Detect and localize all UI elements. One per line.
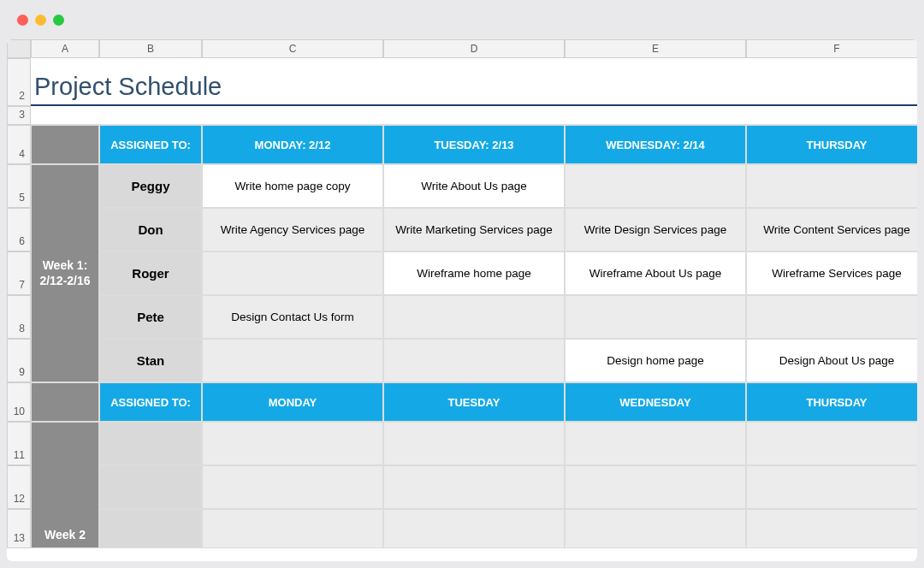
column-header-E[interactable]: E <box>565 39 746 58</box>
task-cell[interactable]: Wireframe About Us page <box>565 251 746 295</box>
day-header-mon-2[interactable]: MONDAY <box>202 382 383 422</box>
day-header-thu-2[interactable]: THURSDAY <box>746 382 917 422</box>
spreadsheet-area[interactable]: ABCDEF2Project Schedule34ASSIGNED TO:MON… <box>7 39 917 561</box>
task-cell[interactable] <box>202 251 383 295</box>
task-cell[interactable]: Design About Us page <box>746 339 917 382</box>
row-header-13[interactable]: 13 <box>7 509 31 548</box>
page-title: Project Schedule <box>34 73 222 101</box>
task-cell[interactable] <box>565 422 746 465</box>
row-header-3[interactable]: 3 <box>7 106 31 125</box>
assignee-blank-0[interactable] <box>99 422 202 465</box>
week-corner-2[interactable] <box>31 382 99 422</box>
day-header-tue-1[interactable]: TUESDAY: 2/13 <box>383 125 565 164</box>
task-cell[interactable] <box>565 164 746 208</box>
task-cell[interactable] <box>746 422 917 465</box>
row-header-2[interactable]: 2 <box>7 58 31 106</box>
task-cell[interactable]: Write Agency Services page <box>202 208 383 251</box>
task-cell[interactable] <box>202 509 383 548</box>
task-cell[interactable] <box>202 422 383 465</box>
title-cell[interactable]: Project Schedule <box>31 58 917 106</box>
column-header-A[interactable]: A <box>31 39 99 58</box>
task-cell[interactable] <box>383 422 565 465</box>
task-cell[interactable] <box>383 465 565 509</box>
minimize-icon[interactable] <box>35 15 46 26</box>
column-header-F[interactable]: F <box>746 39 917 58</box>
app-window: ABCDEF2Project Schedule34ASSIGNED TO:MON… <box>0 0 924 568</box>
task-cell[interactable] <box>565 465 746 509</box>
day-header-mon-1[interactable]: MONDAY: 2/12 <box>202 125 383 164</box>
assignee-Roger[interactable]: Roger <box>99 251 202 295</box>
column-header-C[interactable]: C <box>202 39 383 58</box>
task-cell[interactable] <box>565 509 746 548</box>
close-icon[interactable] <box>17 15 28 26</box>
week-1-label[interactable]: Week 1: 2/12-2/16 <box>31 164 99 382</box>
task-cell[interactable] <box>746 164 917 208</box>
row-header-11[interactable]: 11 <box>7 422 31 465</box>
task-cell[interactable] <box>746 295 917 339</box>
day-header-wed-2[interactable]: WEDNESDAY <box>565 382 746 422</box>
row-header-4[interactable]: 4 <box>7 125 31 164</box>
task-cell[interactable]: Write Design Services page <box>565 208 746 251</box>
week-2-label[interactable]: Week 2 <box>31 422 99 548</box>
assigned-header-1[interactable]: ASSIGNED TO: <box>99 125 202 164</box>
task-cell[interactable] <box>746 465 917 509</box>
task-cell[interactable] <box>383 509 565 548</box>
spreadsheet-grid: ABCDEF2Project Schedule34ASSIGNED TO:MON… <box>7 39 917 548</box>
maximize-icon[interactable] <box>53 15 64 26</box>
assigned-header-2[interactable]: ASSIGNED TO: <box>99 382 202 422</box>
assignee-Don[interactable]: Don <box>99 208 202 251</box>
task-cell[interactable] <box>383 295 565 339</box>
task-cell[interactable]: Write Content Services page <box>746 208 917 251</box>
task-cell[interactable] <box>202 465 383 509</box>
task-cell[interactable] <box>565 295 746 339</box>
day-header-wed-1[interactable]: WEDNESDAY: 2/14 <box>565 125 746 164</box>
column-header-D[interactable]: D <box>383 39 565 58</box>
spacer-cell[interactable] <box>31 106 917 125</box>
task-cell[interactable]: Write Marketing Services page <box>383 208 565 251</box>
day-header-thu-1[interactable]: THURSDAY <box>746 125 917 164</box>
task-cell[interactable]: Wireframe Services page <box>746 251 917 295</box>
row-header-12[interactable]: 12 <box>7 465 31 509</box>
week-corner-1[interactable] <box>31 125 99 164</box>
task-cell[interactable] <box>746 509 917 548</box>
row-header-7[interactable]: 7 <box>7 251 31 295</box>
task-cell[interactable]: Write About Us page <box>383 164 565 208</box>
task-cell[interactable]: Design Contact Us form <box>202 295 383 339</box>
row-header-8[interactable]: 8 <box>7 295 31 339</box>
row-header-9[interactable]: 9 <box>7 339 31 382</box>
task-cell[interactable] <box>383 339 565 382</box>
task-cell[interactable]: Design home page <box>565 339 746 382</box>
select-all-corner[interactable] <box>7 39 31 58</box>
assignee-Stan[interactable]: Stan <box>99 339 202 382</box>
assignee-blank-2[interactable] <box>99 509 202 548</box>
column-header-B[interactable]: B <box>99 39 202 58</box>
task-cell[interactable]: Write home page copy <box>202 164 383 208</box>
task-cell[interactable]: Wireframe home page <box>383 251 565 295</box>
row-header-5[interactable]: 5 <box>7 164 31 208</box>
window-titlebar <box>0 0 924 39</box>
assignee-blank-1[interactable] <box>99 465 202 509</box>
row-header-10[interactable]: 10 <box>7 382 31 422</box>
row-header-6[interactable]: 6 <box>7 208 31 251</box>
assignee-Peggy[interactable]: Peggy <box>99 164 202 208</box>
task-cell[interactable] <box>202 339 383 382</box>
assignee-Pete[interactable]: Pete <box>99 295 202 339</box>
day-header-tue-2[interactable]: TUESDAY <box>383 382 565 422</box>
